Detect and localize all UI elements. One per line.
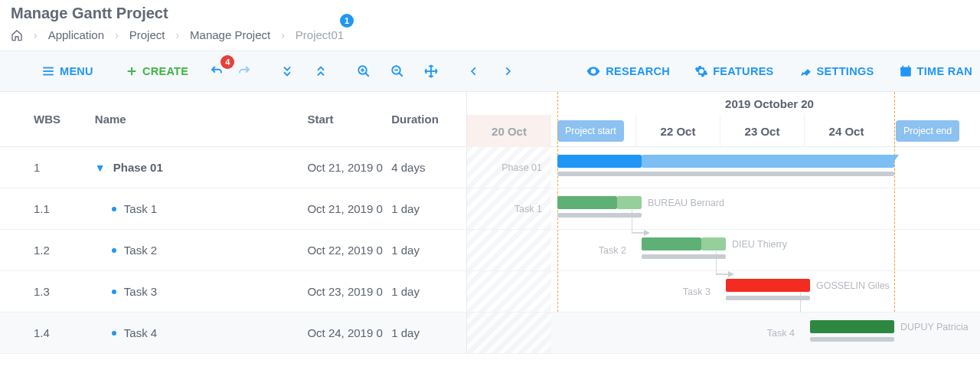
cell-start: Oct 21, 2019 0 xyxy=(307,161,391,174)
table-row[interactable]: 1.4 Task 4 Oct 24, 2019 0 1 day xyxy=(0,313,466,354)
chevron-right-icon: › xyxy=(115,29,119,41)
notification-badge[interactable]: 1 xyxy=(340,14,354,28)
table-row[interactable]: 1.2 Task 2 Oct 22, 2019 0 1 day xyxy=(0,230,466,271)
chevron-right-icon: › xyxy=(175,29,179,41)
timeline-day[interactable]: 24 Oct xyxy=(804,115,888,147)
cell-start: Oct 24, 2019 0 xyxy=(307,326,391,339)
bullet-icon xyxy=(112,331,116,336)
svg-line-10 xyxy=(400,73,403,77)
cell-wbs: 1 xyxy=(34,161,95,174)
settings-label: SETTINGS xyxy=(817,65,874,77)
cell-name: Task 2 xyxy=(124,244,157,257)
task-bar-done[interactable] xyxy=(642,237,701,250)
redo-button[interactable] xyxy=(231,60,257,83)
task-bar[interactable] xyxy=(810,320,894,333)
assignee-label: DUPUY Patricia xyxy=(900,322,969,332)
prev-button[interactable] xyxy=(461,61,487,81)
cell-name: Task 4 xyxy=(124,326,157,339)
timeline-day[interactable]: 20 Oct xyxy=(467,115,551,147)
gantt-timeline[interactable]: 2019 October 20 20 Oct 22 Oct 23 Oct 24 … xyxy=(467,92,980,354)
project-end-chip[interactable]: Project end xyxy=(896,120,959,142)
cell-name: Task 3 xyxy=(124,285,157,298)
cell-duration: 4 days xyxy=(391,161,466,174)
research-button[interactable]: RESEARCH xyxy=(578,59,678,83)
grid-header: WBS Name Start Duration xyxy=(0,92,466,147)
menu-button[interactable]: MENU xyxy=(34,60,101,83)
create-button[interactable]: CREATE xyxy=(118,61,196,82)
progress-bar xyxy=(557,172,894,176)
zoom-in-button[interactable] xyxy=(351,60,377,83)
timeline-title: 2019 October 20 xyxy=(467,92,980,115)
row-label: Task 1 xyxy=(467,188,551,230)
weekend-hatch xyxy=(467,313,551,353)
weekend-hatch xyxy=(467,230,551,270)
col-header-name[interactable]: Name xyxy=(95,113,308,126)
col-header-duration[interactable]: Duration xyxy=(391,113,466,126)
cell-duration: 1 day xyxy=(391,202,466,215)
breadcrumb-application[interactable]: Application xyxy=(48,28,104,41)
bullet-icon xyxy=(112,290,116,294)
col-header-start[interactable]: Start xyxy=(307,113,391,126)
page-title: Manage Gantt Project xyxy=(11,5,168,21)
cell-start: Oct 23, 2019 0 xyxy=(307,285,391,298)
table-row[interactable]: 1 ▼ Phase 01 Oct 21, 2019 0 4 days xyxy=(0,147,466,188)
undo-button[interactable]: 4 xyxy=(204,60,230,83)
task-bar[interactable] xyxy=(701,237,726,250)
table-row[interactable]: 1.1 Task 1 Oct 21, 2019 0 1 day xyxy=(0,188,466,230)
phase-bar-done[interactable] xyxy=(557,155,642,168)
home-icon[interactable] xyxy=(11,29,23,41)
progress-bar xyxy=(642,254,726,259)
gantt-row: Task 3 GOSSELIN Giles xyxy=(467,271,980,313)
expand-all-button[interactable] xyxy=(274,61,300,82)
svg-marker-17 xyxy=(890,155,899,168)
time-range-label: TIME RAN xyxy=(917,65,972,77)
bullet-icon xyxy=(112,207,116,211)
breadcrumb-manage-project[interactable]: Manage Project xyxy=(190,28,270,41)
gantt-row: Task 4 DUPUY Patricia xyxy=(467,313,980,354)
row-label: Phase 01 xyxy=(467,147,551,188)
phase-end-marker xyxy=(890,155,899,168)
cell-duration: 1 day xyxy=(391,326,466,339)
features-label: FEATURES xyxy=(713,65,773,77)
gantt-row: Task 2 DIEU Thierry xyxy=(467,230,980,271)
cell-duration: 1 day xyxy=(391,285,466,298)
row-label: Task 2 xyxy=(551,230,635,271)
col-header-wbs[interactable]: WBS xyxy=(34,113,95,126)
menu-label: MENU xyxy=(60,65,93,77)
project-start-chip[interactable]: Project start xyxy=(557,120,624,142)
timeline-day[interactable]: 23 Oct xyxy=(720,115,804,147)
progress-bar xyxy=(557,213,642,218)
collapse-all-button[interactable] xyxy=(308,61,334,82)
assignee-label: GOSSELIN Giles xyxy=(816,280,890,291)
row-label: Task 4 xyxy=(720,313,804,354)
cell-wbs: 1.4 xyxy=(34,326,95,339)
table-row[interactable]: 1.3 Task 3 Oct 23, 2019 0 1 day xyxy=(0,271,466,313)
chevron-right-icon: › xyxy=(281,29,285,41)
create-label: CREATE xyxy=(142,65,188,77)
breadcrumb-project[interactable]: Project xyxy=(129,28,165,41)
fit-button[interactable] xyxy=(418,60,444,83)
progress-bar xyxy=(726,296,810,300)
zoom-out-button[interactable] xyxy=(384,60,410,83)
task-grid: WBS Name Start Duration 1 ▼ Phase 01 Oct… xyxy=(0,92,467,354)
breadcrumb: › Application › Project › Manage Project… xyxy=(0,25,980,51)
cell-wbs: 1.2 xyxy=(34,244,95,257)
next-button[interactable] xyxy=(495,61,521,81)
phase-bar[interactable] xyxy=(642,155,894,168)
row-label: Task 3 xyxy=(635,271,720,313)
timeline-day[interactable]: 22 Oct xyxy=(635,115,720,147)
task-bar[interactable] xyxy=(617,196,642,209)
svg-line-6 xyxy=(366,73,370,77)
features-button[interactable]: FEATURES xyxy=(687,60,781,83)
gantt-row: Phase 01 xyxy=(467,147,980,188)
task-bar-overdue[interactable] xyxy=(726,279,810,292)
research-label: RESEARCH xyxy=(606,65,670,77)
cell-name: Phase 01 xyxy=(113,161,163,174)
svg-point-12 xyxy=(593,70,595,72)
chevron-down-icon[interactable]: ▼ xyxy=(95,162,106,174)
task-bar-done[interactable] xyxy=(557,196,617,209)
time-range-button[interactable]: TIME RAN xyxy=(891,60,980,83)
settings-button[interactable]: SETTINGS xyxy=(791,60,882,83)
breadcrumb-current: Project01 xyxy=(296,28,344,41)
cell-duration: 1 day xyxy=(391,244,466,257)
